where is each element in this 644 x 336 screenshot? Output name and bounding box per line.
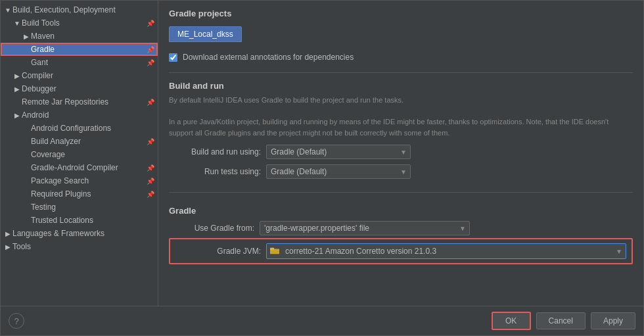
download-annotations-checkbox[interactable] (169, 53, 177, 62)
sidebar-item-android[interactable]: ▶ Android (1, 108, 158, 122)
tree-arrow (22, 151, 31, 158)
help-button[interactable]: ? (9, 313, 24, 329)
sidebar-item-android-configurations[interactable]: Android Configurations (1, 122, 158, 135)
gradle-section-title: Gradle (169, 206, 633, 216)
use-gradle-from-select[interactable]: 'gradle-wrapper.properties' file Specifi… (260, 221, 470, 235)
pin-icon: 📌 (146, 46, 155, 53)
tree-arrow: ▶ (3, 243, 12, 251)
sidebar-item-testing[interactable]: Testing (1, 201, 158, 214)
pin-icon: 📌 (146, 138, 155, 145)
tree-arrow (22, 178, 31, 185)
sidebar-item-languages-frameworks[interactable]: ▶ Languages & Frameworks (1, 227, 158, 240)
gradle-section: Gradle Use Gradle from: 'gradle-wrapper.… (169, 206, 633, 267)
tree-arrow: ▼ (12, 20, 22, 27)
sidebar-item-gradle-android-compiler[interactable]: Gradle-Android Compiler 📌 (1, 161, 158, 174)
build-run-title: Build and run (169, 81, 633, 91)
use-gradle-from-row: Use Gradle from: 'gradle-wrapper.propert… (169, 221, 633, 235)
sidebar-item-build-tools[interactable]: ▼ Build Tools 📌 (1, 16, 158, 30)
tree-arrow: ▶ (12, 72, 22, 80)
pin-icon: 📌 (146, 164, 155, 172)
build-and-run-label: Build and run using: (169, 147, 261, 156)
download-annotations-label: Download external annotations for depend… (183, 53, 354, 62)
sidebar-item-gant[interactable]: Gant 📌 (1, 56, 158, 69)
build-run-section: Build and run By default IntelliJ IDEA u… (169, 81, 633, 184)
pin-icon: 📌 (146, 59, 155, 66)
sidebar-item-package-search[interactable]: Package Search 📌 (1, 174, 158, 187)
tree-arrow (22, 164, 31, 172)
sidebar-item-required-plugins[interactable]: Required Plugins 📌 (1, 187, 158, 201)
dialog-buttons: ? OK Cancel Apply (1, 306, 643, 335)
run-tests-select-wrapper: Gradle (Default) IntelliJ IDEA ▼ (266, 164, 411, 179)
pin-icon: 📌 (146, 99, 155, 106)
build-and-run-select-wrapper: Gradle (Default) IntelliJ IDEA ▼ (266, 145, 411, 159)
divider2 (169, 192, 633, 193)
pin-icon: 📌 (146, 191, 155, 198)
build-run-desc: By default IntelliJ IDEA uses Gradle to … (169, 95, 633, 138)
gradle-jvm-select[interactable]: corretto-21 Amazon Corretto version 21.0… (266, 243, 626, 259)
dialog-content: ▼ Build, Execution, Deployment ▼ Build T… (1, 1, 643, 306)
sidebar-item-coverage[interactable]: Coverage (1, 148, 158, 161)
tree-arrow (22, 46, 31, 53)
gradle-jvm-row: Gradle JVM: corretto-21 Amazon Corretto … (169, 238, 633, 264)
sidebar-item-tools[interactable]: ▶ Tools (1, 240, 158, 253)
sidebar-item-trusted-locations[interactable]: Trusted Locations (1, 214, 158, 227)
tree-arrow: ▼ (3, 7, 12, 14)
gradle-projects-header: ME_Local_dkss (169, 26, 633, 42)
build-and-run-row: Build and run using: Gradle (Default) In… (169, 145, 633, 159)
sidebar-item-remote-jar-repos[interactable]: Remote Jar Repositories 📌 (1, 95, 158, 108)
apply-button[interactable]: Apply (591, 312, 635, 329)
sidebar-item-debugger[interactable]: ▶ Debugger (1, 82, 158, 95)
pin-icon: 📌 (146, 20, 155, 27)
ok-button[interactable]: OK (492, 312, 531, 330)
tree-arrow: ▶ (3, 230, 12, 237)
tree-arrow (22, 138, 31, 145)
pin-icon: 📌 (146, 178, 155, 185)
tree-arrow (22, 191, 31, 198)
sidebar-item-compiler[interactable]: ▶ Compiler (1, 69, 158, 82)
gradle-projects-tab[interactable]: ME_Local_dkss (169, 26, 242, 42)
download-annotations-row: Download external annotations for depend… (169, 53, 633, 62)
tree-arrow: ▶ (12, 85, 22, 93)
tree-arrow (22, 125, 31, 132)
tree-arrow (12, 99, 22, 106)
sidebar-item-maven[interactable]: ▶ Maven (1, 30, 158, 43)
tree-arrow (22, 204, 31, 211)
sidebar-item-gradle[interactable]: Gradle 📌 (1, 43, 158, 56)
section-title: Gradle projects (169, 9, 633, 18)
tree-arrow (22, 217, 31, 224)
settings-dialog: ▼ Build, Execution, Deployment ▼ Build T… (0, 0, 644, 336)
right-panel: Gradle projects ME_Local_dkss Download e… (158, 1, 643, 306)
sidebar-item-build-execution-deployment[interactable]: ▼ Build, Execution, Deployment (1, 3, 158, 16)
tree-arrow: ▶ (12, 112, 22, 119)
tree-arrow: ▶ (22, 33, 31, 40)
gradle-jvm-select-wrapper: corretto-21 Amazon Corretto version 21.0… (266, 243, 626, 259)
divider (169, 72, 633, 73)
sidebar-item-build-analyzer[interactable]: Build Analyzer 📌 (1, 135, 158, 148)
tree-arrow (22, 59, 31, 66)
run-tests-label: Run tests using: (169, 167, 261, 176)
build-and-run-select[interactable]: Gradle (Default) IntelliJ IDEA (266, 145, 411, 159)
gradle-jvm-label: Gradle JVM: (175, 247, 261, 256)
left-tree-panel: ▼ Build, Execution, Deployment ▼ Build T… (1, 1, 158, 306)
cancel-button[interactable]: Cancel (536, 312, 586, 329)
run-tests-select[interactable]: Gradle (Default) IntelliJ IDEA (266, 164, 411, 179)
use-gradle-from-select-wrapper: 'gradle-wrapper.properties' file Specifi… (260, 221, 470, 235)
run-tests-row: Run tests using: Gradle (Default) Intell… (169, 164, 633, 179)
use-gradle-from-label: Use Gradle from: (169, 224, 254, 233)
